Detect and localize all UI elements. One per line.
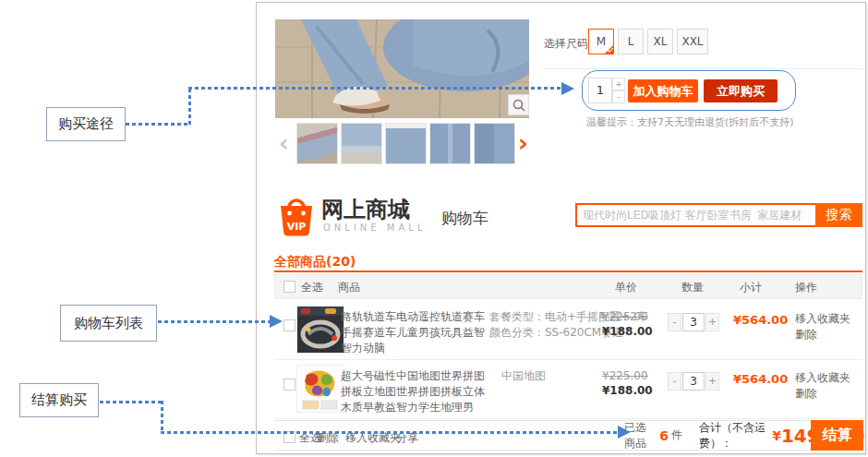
row1-move-to-favorites[interactable]: 移入收藏夹 [795,311,850,327]
quantity-value[interactable]: 1 [588,78,612,103]
column-subtotal: 小计 [740,280,762,295]
add-to-cart-button[interactable]: 加入购物车 [628,79,698,102]
buy-now-button[interactable]: 立即购买 [704,79,778,102]
total-label: 合计（不含运费）： [699,420,772,451]
row2-quantity-stepper: - 3 + [668,372,719,391]
gallery-thumbnail-5[interactable] [474,123,515,164]
annotation-line [158,320,271,323]
row2-spec-1: 中国地图 [501,368,546,384]
select-all-checkbox[interactable] [283,281,295,293]
selected-items-unit: 件 [671,427,682,443]
row1-qty-decrease[interactable]: - [668,313,681,331]
annotation-line [188,89,191,126]
mockup-canvas: ‹ › 选择尺码: M L XL XXL 1 + - 加入购物车 立即购买 温馨… [0,0,868,457]
size-option-xl[interactable]: XL [647,29,673,54]
annotation-arrow-icon [270,315,283,328]
row1-original-price: ¥225.00 [602,310,648,323]
annotation-checkout: 结算购买 [19,383,99,417]
row2-product-image[interactable] [296,365,344,413]
size-selector-label: 选择尺码: [544,36,592,52]
column-quantity: 数量 [681,280,704,295]
row2-subtotal: ¥564.00 [733,372,788,386]
race-track-image [297,307,344,353]
column-product: 商品 [338,280,360,295]
gallery-next-button[interactable]: › [518,123,528,164]
row1-checkbox[interactable] [283,319,295,331]
annotation-line [161,401,163,434]
logo-vip-text: VIP [287,221,307,233]
select-all-label: 全选 [301,280,323,295]
size-option-m[interactable]: M [588,29,614,54]
row2-qty-increase[interactable]: + [705,372,719,391]
annotation-line [100,401,163,403]
row2-product-title[interactable]: 超大号磁性中国地图世界拼图拼板立地图世界拼图拼板立体木质早教益智力学生地理男 [341,368,487,415]
row1-price: ¥188.00 [602,325,653,338]
gallery-thumbnail-1[interactable] [296,123,338,164]
page-title: 购物车 [441,208,488,229]
row1-delete[interactable]: 删除 [795,327,817,343]
gallery-thumbnail-2[interactable] [341,123,382,164]
row2-price: ¥188.00 [602,384,653,397]
store-logo: VIP [276,193,317,237]
search-input[interactable] [575,203,817,227]
gallery-thumbnail-4[interactable] [429,123,471,164]
column-unit-price: 单价 [615,280,637,295]
row2-move-to-favorites[interactable]: 移入收藏夹 [795,370,850,386]
gallery-prev-button[interactable]: ‹ [279,123,289,164]
row1-product-title[interactable]: 路轨轨道车电动遥控轨道赛车手摇赛道车儿童男孩玩具益智智力动脑 [341,309,487,356]
product-main-image [275,19,529,118]
quantity-decrease-button[interactable]: - [612,90,625,103]
row1-product-image[interactable] [296,306,344,354]
row1-quantity-stepper: - 3 + [668,313,719,331]
row2-checkbox[interactable] [283,379,295,391]
annotation-purchase-path: 购买途径 [46,107,126,141]
annotation-arrow-icon [618,426,631,439]
china-map-image [297,366,344,412]
quantity-increase-button[interactable]: + [612,78,625,90]
search-button[interactable]: 搜索 [815,203,862,227]
size-option-l[interactable]: L [618,29,644,54]
row2-original-price: ¥225.00 [602,369,648,382]
store-name: 网上商城 [321,195,410,224]
row1-subtotal: ¥564.00 [733,313,788,327]
column-actions: 操作 [795,280,817,295]
row-divider [274,418,862,419]
row2-delete[interactable]: 删除 [795,386,817,402]
gallery-thumbnail-3[interactable] [385,123,427,164]
divider [544,68,862,69]
annotation-line [188,87,562,90]
size-option-xxl[interactable]: XXL [677,29,708,54]
magnifier-icon [512,99,525,112]
cart-section-title: 全部商品(20) [274,254,356,271]
cart-table-header [274,274,862,299]
image-zoom-button[interactable] [508,94,529,115]
annotation-line [126,123,190,126]
row-divider [274,359,862,360]
annotation-arrow-icon [561,82,574,95]
row1-qty-value[interactable]: 3 [682,313,705,331]
shopping-bag-icon: VIP [276,193,317,237]
return-policy-tip: 温馨提示：支持7天无理由退货(拆封后不支持) [586,115,794,129]
store-name-english: ONLINE MALL [323,222,426,233]
checkout-button[interactable]: 结算 [811,420,863,451]
storefront-panel: ‹ › 选择尺码: M L XL XXL 1 + - 加入购物车 立即购买 温馨… [256,2,866,454]
main-image-art [275,19,529,118]
selected-items-count: 6 [657,428,671,443]
section-underline [274,271,862,272]
total-currency: ¥ [772,428,781,443]
row2-qty-decrease[interactable]: - [668,372,681,391]
annotation-cart-list: 购物车列表 [60,305,157,342]
selected-check-icon [604,44,614,54]
annotation-line [161,431,619,434]
row1-qty-increase[interactable]: + [705,313,719,331]
row2-qty-value[interactable]: 3 [682,372,705,391]
